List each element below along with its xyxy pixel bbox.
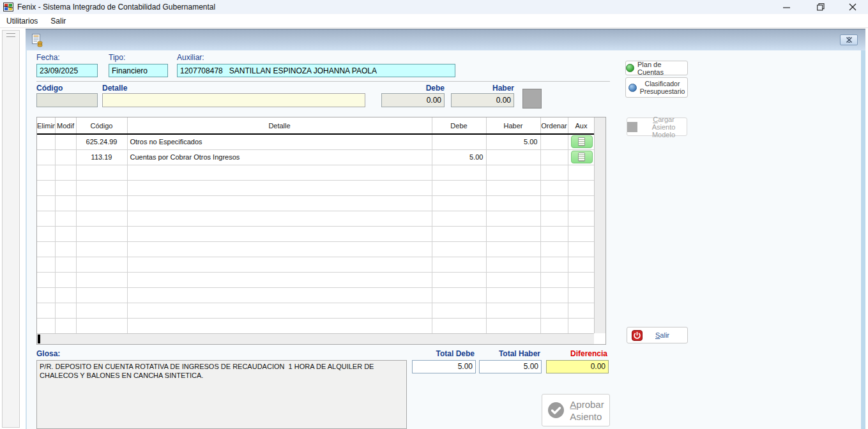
cell-codigo[interactable] bbox=[76, 226, 127, 241]
tipo-input[interactable] bbox=[109, 64, 168, 77]
cell-modif[interactable] bbox=[55, 149, 76, 165]
plan-de-cuentas-button[interactable]: Plan de Cuentas bbox=[625, 61, 688, 75]
table-row-empty[interactable] bbox=[37, 287, 595, 303]
restore-button[interactable] bbox=[810, 0, 832, 14]
cell-aux[interactable] bbox=[568, 134, 595, 149]
cell-debe[interactable] bbox=[432, 180, 486, 195]
cell-codigo[interactable] bbox=[76, 195, 127, 211]
auxiliar-input[interactable] bbox=[177, 64, 455, 77]
cell-elimin[interactable] bbox=[37, 195, 55, 211]
cell-aux[interactable] bbox=[568, 226, 595, 241]
cell-ordenar[interactable] bbox=[540, 180, 568, 195]
cell-modif[interactable] bbox=[55, 180, 76, 195]
cell-ordenar[interactable] bbox=[540, 226, 568, 241]
child-close-button[interactable] bbox=[840, 34, 858, 45]
cell-aux[interactable] bbox=[568, 287, 595, 303]
cell-detalle[interactable]: Otros no Especificados bbox=[127, 134, 432, 149]
cell-elimin[interactable] bbox=[37, 287, 55, 303]
cell-debe[interactable] bbox=[432, 257, 486, 272]
haber-input[interactable] bbox=[451, 93, 514, 107]
cell-debe[interactable] bbox=[432, 287, 486, 303]
aux-button[interactable] bbox=[571, 151, 593, 163]
cell-modif[interactable] bbox=[55, 165, 76, 180]
cell-codigo[interactable] bbox=[76, 211, 127, 226]
cell-detalle[interactable]: Cuentas por Cobrar Otros Ingresos bbox=[127, 149, 432, 165]
cell-ordenar[interactable] bbox=[540, 303, 568, 318]
cell-codigo[interactable] bbox=[76, 241, 127, 257]
salir-button[interactable]: Salir bbox=[627, 327, 688, 343]
cell-elimin[interactable] bbox=[37, 257, 55, 272]
cell-elimin[interactable] bbox=[37, 318, 55, 333]
cell-detalle[interactable] bbox=[127, 226, 432, 241]
cell-haber[interactable] bbox=[486, 165, 540, 180]
cell-detalle[interactable] bbox=[127, 318, 432, 333]
cell-ordenar[interactable] bbox=[540, 149, 568, 165]
cell-ordenar[interactable] bbox=[540, 134, 568, 149]
cell-detalle[interactable] bbox=[127, 241, 432, 257]
codigo-input[interactable] bbox=[36, 93, 98, 107]
cell-aux[interactable] bbox=[568, 180, 595, 195]
fecha-input[interactable] bbox=[36, 64, 98, 77]
cell-detalle[interactable] bbox=[127, 303, 432, 318]
cell-aux[interactable] bbox=[568, 272, 595, 287]
cell-ordenar[interactable] bbox=[540, 318, 568, 333]
cell-modif[interactable] bbox=[55, 211, 76, 226]
table-row-empty[interactable] bbox=[37, 226, 595, 241]
cell-modif[interactable] bbox=[55, 195, 76, 211]
cell-haber[interactable] bbox=[486, 303, 540, 318]
cell-aux[interactable] bbox=[568, 318, 595, 333]
cell-haber[interactable] bbox=[486, 149, 540, 165]
cell-detalle[interactable] bbox=[127, 287, 432, 303]
cell-aux[interactable] bbox=[568, 211, 595, 226]
cell-elimin[interactable] bbox=[37, 134, 55, 149]
cell-haber[interactable] bbox=[486, 180, 540, 195]
cell-aux[interactable] bbox=[568, 149, 595, 165]
aux-button[interactable] bbox=[571, 135, 593, 148]
cell-detalle[interactable] bbox=[127, 257, 432, 272]
cell-elimin[interactable] bbox=[37, 272, 55, 287]
cell-codigo[interactable]: 625.24.99 bbox=[76, 134, 127, 149]
cell-aux[interactable] bbox=[568, 165, 595, 180]
cell-haber[interactable] bbox=[486, 241, 540, 257]
table-row-empty[interactable] bbox=[37, 303, 595, 318]
cell-elimin[interactable] bbox=[37, 303, 55, 318]
cell-elimin[interactable] bbox=[37, 211, 55, 226]
cell-detalle[interactable] bbox=[127, 211, 432, 226]
cell-debe[interactable] bbox=[432, 211, 486, 226]
cell-debe[interactable] bbox=[432, 241, 486, 257]
cell-haber[interactable] bbox=[486, 318, 540, 333]
cell-ordenar[interactable] bbox=[540, 195, 568, 211]
cell-aux[interactable] bbox=[568, 195, 595, 211]
cell-codigo[interactable] bbox=[76, 287, 127, 303]
cell-detalle[interactable] bbox=[127, 195, 432, 211]
cell-detalle[interactable] bbox=[127, 180, 432, 195]
cell-modif[interactable] bbox=[55, 241, 76, 257]
cell-haber[interactable] bbox=[486, 287, 540, 303]
cell-elimin[interactable] bbox=[37, 165, 55, 180]
cell-elimin[interactable] bbox=[37, 180, 55, 195]
cell-haber[interactable] bbox=[486, 257, 540, 272]
cell-debe[interactable] bbox=[432, 226, 486, 241]
cell-aux[interactable] bbox=[568, 257, 595, 272]
menu-item-salir[interactable]: Salir bbox=[44, 14, 72, 28]
cell-ordenar[interactable] bbox=[540, 211, 568, 226]
cell-ordenar[interactable] bbox=[540, 287, 568, 303]
detalle-input[interactable] bbox=[102, 93, 365, 107]
vertical-scrollbar[interactable] bbox=[594, 117, 605, 333]
cell-debe[interactable] bbox=[432, 165, 486, 180]
cell-codigo[interactable] bbox=[76, 180, 127, 195]
cell-codigo[interactable] bbox=[76, 165, 127, 180]
cell-debe[interactable] bbox=[432, 134, 486, 149]
cell-haber[interactable] bbox=[486, 211, 540, 226]
table-row-empty[interactable] bbox=[37, 211, 595, 226]
cell-debe[interactable]: 5.00 bbox=[432, 149, 486, 165]
cell-haber[interactable] bbox=[486, 226, 540, 241]
table-row-empty[interactable] bbox=[37, 257, 595, 272]
cell-elimin[interactable] bbox=[37, 226, 55, 241]
cell-modif[interactable] bbox=[55, 318, 76, 333]
cell-modif[interactable] bbox=[55, 287, 76, 303]
cell-aux[interactable] bbox=[568, 241, 595, 257]
table-row-empty[interactable] bbox=[37, 195, 595, 211]
table-row-empty[interactable] bbox=[37, 241, 595, 257]
cell-ordenar[interactable] bbox=[540, 165, 568, 180]
